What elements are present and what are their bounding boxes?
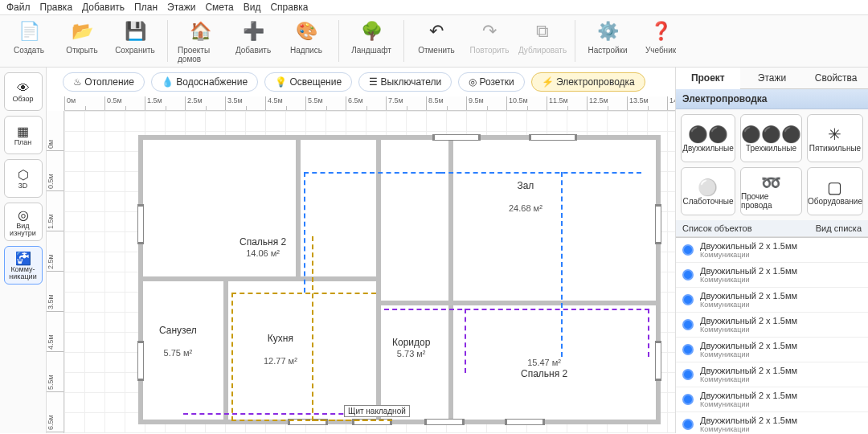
- system-Выключатели[interactable]: ☰ Выключатели: [358, 72, 452, 92]
- tool-Создать[interactable]: 📄Создать: [6, 18, 51, 63]
- wire-categories: ⚫⚫Двухжильные⚫⚫⚫Трехжильные✳Пятижильные⚪…: [676, 109, 868, 220]
- view-3D[interactable]: ⬡3D: [4, 159, 43, 198]
- menu-Правка[interactable]: Правка: [40, 2, 73, 13]
- tool-Отменить[interactable]: ↶Отменить: [414, 18, 459, 63]
- Сохранить-icon: 💾: [122, 18, 148, 44]
- Надпись-icon: 🎨: [293, 18, 319, 44]
- tool-Учебник[interactable]: ❓Учебник: [638, 18, 683, 63]
- cat-Двухжильные[interactable]: ⚫⚫Двухжильные: [681, 114, 735, 162]
- panel-tabs: ПроектЭтажиСвойства: [676, 68, 868, 89]
- list-view-mode[interactable]: Вид списка: [816, 223, 862, 233]
- Создать-icon: 📄: [16, 18, 42, 44]
- system-Освещение[interactable]: 💡 Освещение: [264, 72, 352, 92]
- plan-canvas[interactable]: Спальня 214.06 м² Зал24.68 м² Санузел5.7…: [64, 111, 675, 433]
- menu-Справка[interactable]: Справка: [270, 2, 308, 13]
- Дублировать-icon: ⧉: [530, 18, 555, 44]
- view-Вид изнутри[interactable]: ◎Вид изнутри: [4, 203, 43, 241]
- plan-canvas-wrap: 0м0.5м1.5м2.5м3.5м4.5м5.5м6.5м7.5м8.5м9.…: [47, 96, 675, 433]
- panel-section-title: Электропроводка: [676, 89, 868, 109]
- Ландшафт-icon: 🌳: [358, 18, 384, 44]
- menu-Вид[interactable]: Вид: [244, 2, 261, 13]
- main-toolbar: 📄Создать📂Открыть💾Сохранить🏠Проекты домов…: [0, 15, 868, 68]
- tool-Добавить[interactable]: ➕Добавить: [231, 18, 276, 63]
- menu-Добавить[interactable]: Добавить: [82, 2, 125, 13]
- system-Электропроводка[interactable]: ⚡ Электропроводка: [531, 72, 645, 92]
- cat-Трехжильные[interactable]: ⚫⚫⚫Трехжильные: [740, 114, 802, 162]
- menu-План[interactable]: План: [134, 2, 158, 13]
- electrical-panel-tag[interactable]: Щит накладной: [344, 405, 410, 417]
- menu-bar: ФайлПравкаДобавитьПланЭтажиСметаВидСправ…: [0, 0, 868, 15]
- list-title: Список объектов: [682, 223, 752, 233]
- Повторить-icon: ↷: [477, 18, 502, 44]
- tab-Проект[interactable]: Проект: [676, 68, 740, 89]
- system-Розетки[interactable]: ◎ Розетки: [458, 72, 524, 92]
- wire-icon: [682, 269, 694, 280]
- list-item[interactable]: Двухжильный 2 x 1.5ммКоммуникации: [676, 387, 868, 412]
- list-item[interactable]: Двухжильный 2 x 1.5ммКоммуникации: [676, 313, 868, 338]
- tab-Свойства[interactable]: Свойства: [804, 68, 868, 89]
- Настройки-icon: ⚙️: [595, 18, 620, 44]
- tool-Дублировать[interactable]: ⧉Дублировать: [520, 18, 565, 63]
- cat-Оборудование[interactable]: ▢Оборудование: [807, 167, 863, 215]
- systems-tabs: ♨ Отопление💧 Водоснабжение💡 Освещение☰ В…: [47, 68, 675, 96]
- menu-Этажи[interactable]: Этажи: [167, 2, 195, 13]
- list-item[interactable]: Двухжильный 2 x 1.5ммКоммуникации: [676, 362, 868, 387]
- tool-Открыть[interactable]: 📂Открыть: [59, 18, 104, 63]
- Добавить-icon: ➕: [240, 18, 266, 44]
- room-label: Зал24.68 м²: [509, 180, 542, 214]
- tool-Повторить[interactable]: ↷Повторить: [467, 18, 512, 63]
- room-label: Санузел5.75 м²: [159, 325, 197, 358]
- list-item[interactable]: Двухжильный 2 x 1.5ммКоммуникации: [676, 412, 868, 433]
- room-label: Коридор5.73 м²: [392, 337, 430, 359]
- view-План[interactable]: ▦План: [4, 116, 43, 154]
- wire-icon: [682, 394, 694, 405]
- view-Обзор[interactable]: 👁Обзор: [4, 72, 43, 111]
- system-Отопление[interactable]: ♨ Отопление: [63, 72, 145, 92]
- wire-icon: [682, 344, 694, 355]
- system-Водоснабжение[interactable]: 💧 Водоснабжение: [151, 72, 258, 92]
- cat-Слаботочные[interactable]: ⚪Слаботочные: [681, 167, 735, 215]
- properties-panel: ПроектЭтажиСвойства Электропроводка ⚫⚫Дв…: [675, 68, 868, 433]
- Учебник-icon: ❓: [648, 18, 674, 44]
- wire-icon: [682, 294, 694, 305]
- list-item[interactable]: Двухжильный 2 x 1.5ммКоммуникации: [676, 263, 868, 288]
- view-Комму-никации[interactable]: 🚰Комму-никации: [4, 246, 43, 285]
- object-list: Двухжильный 2 x 1.5ммКоммуникацииДвухжил…: [676, 237, 868, 433]
- menu-Смета[interactable]: Смета: [205, 2, 233, 13]
- tab-Этажи[interactable]: Этажи: [740, 68, 805, 89]
- wire-icon: [682, 319, 694, 330]
- view-mode-rail: 👁Обзор▦План⬡3D◎Вид изнутри🚰Комму-никации: [0, 68, 47, 433]
- Отменить-icon: ↶: [424, 18, 449, 44]
- list-item[interactable]: Двухжильный 2 x 1.5ммКоммуникации: [676, 238, 868, 263]
- tool-Надпись[interactable]: 🎨Надпись: [284, 18, 329, 63]
- Проекты домов-icon: 🏠: [187, 18, 213, 44]
- menu-Файл[interactable]: Файл: [6, 2, 31, 13]
- cat-Прочие провода[interactable]: ➿Прочие провода: [740, 167, 802, 215]
- ruler-horizontal: 0м0.5м1.5м2.5м3.5м4.5м5.5м6.5м7.5м8.5м9.…: [64, 96, 675, 111]
- list-item[interactable]: Двухжильный 2 x 1.5ммКоммуникации: [676, 288, 868, 313]
- wire-icon: [682, 419, 694, 430]
- room-label: Кухня12.77 м²: [264, 333, 297, 366]
- object-list-header: Список объектов Вид списка: [676, 220, 868, 237]
- cat-Пятижильные[interactable]: ✳Пятижильные: [807, 114, 863, 162]
- floor-plan[interactable]: Спальня 214.06 м² Зал24.68 м² Санузел5.7…: [138, 135, 661, 424]
- wire-icon: [682, 244, 694, 256]
- room-label: 15.47 м²Спальня 2: [521, 357, 567, 379]
- ruler-vertical: 0м0.5м1.5м2.5м3.5м4.5м5.5м6.5м7.5м: [47, 111, 64, 433]
- tool-Ландшафт[interactable]: 🌳Ландшафт: [349, 18, 394, 63]
- room-label: Спальня 214.06 м²: [240, 236, 286, 259]
- tool-Сохранить[interactable]: 💾Сохранить: [113, 18, 158, 63]
- Открыть-icon: 📂: [69, 18, 95, 44]
- tool-Проекты домов[interactable]: 🏠Проекты домов: [178, 18, 223, 63]
- list-item[interactable]: Двухжильный 2 x 1.5ммКоммуникации: [676, 338, 868, 362]
- wire-icon: [682, 369, 694, 380]
- tool-Настройки[interactable]: ⚙️Настройки: [585, 18, 630, 63]
